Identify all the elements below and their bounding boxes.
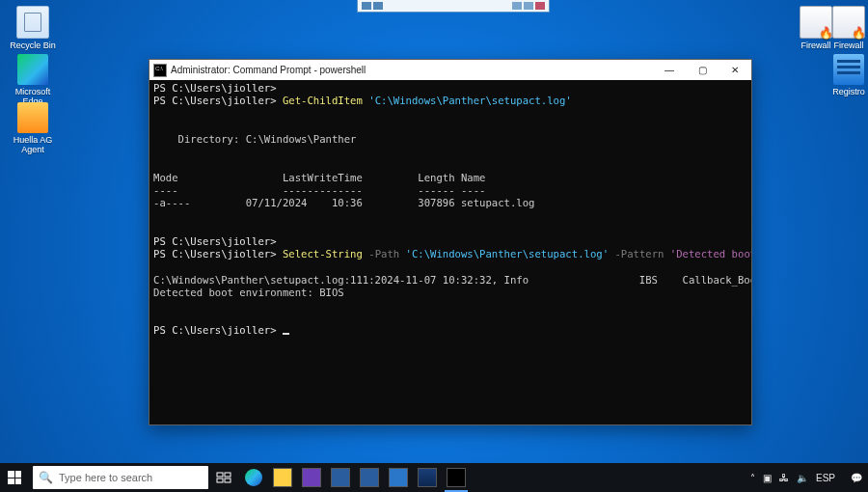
tray-notifications-icon[interactable]: 💬 [851,473,862,483]
command-prompt-window[interactable]: Administrator: Command Prompt - powershe… [149,59,752,425]
svg-rect-3 [225,478,231,482]
edge-icon [245,469,262,486]
taskbar-app-server2[interactable] [355,463,384,492]
desktop-icon-label: Huella AG Agent [6,135,60,154]
system-tray: ˄ ▣ 🖧 🔈 ESP 💬 [745,473,868,483]
vscode-icon [302,468,321,487]
maximize-button[interactable]: ▢ [686,60,719,80]
window-titlebar[interactable]: Administrator: Command Prompt - powershe… [149,60,751,80]
svg-rect-2 [217,478,223,482]
desktop-icon-agent[interactable]: Huella AG Agent [6,102,60,154]
taskbar: 🔍 Type here to search ˄ ▣ 🖧 🔈 ESP 💬 [0,463,868,492]
prompt: PS C:\Users\jioller> [153,82,277,94]
row-time: 10:36 [332,197,363,208]
terminal-icon [447,468,466,487]
cmd-arg: 'Detected boot environment' [670,248,751,260]
col-name: Name [461,172,486,183]
tray-chevron-up-icon[interactable]: ˄ [750,473,755,483]
row-name: setupact.log [461,197,535,208]
directory-header: Directory: C:\Windows\Panther [178,133,357,145]
desktop-icon-label: Registro [822,87,868,96]
col-len: Length [418,172,454,183]
desktop-icon-registro[interactable]: Registro [822,54,868,96]
prompt: PS C:\Users\jioller> [153,324,277,336]
background-window-titlebar[interactable] [357,0,550,13]
task-view-icon [216,470,231,485]
desktop-icon-recycle-bin[interactable]: Recycle Bin [6,6,60,50]
firewall-icon [832,6,865,39]
row-date: 07/11/2024 [246,197,308,208]
col-lwt: LastWriteTime [283,172,363,183]
svg-rect-1 [225,473,231,477]
taskbar-app-server[interactable] [326,463,355,492]
row-len: 307896 [418,197,454,208]
col-mode: Mode [153,172,178,183]
tray-app-icon[interactable]: ▣ [763,473,772,483]
powershell-icon [418,468,437,487]
recycle-bin-icon [16,6,49,39]
window-title: Administrator: Command Prompt - powershe… [171,65,366,75]
windows-logo-icon [8,471,21,484]
prompt: PS C:\Users\jioller> [153,235,277,247]
close-button[interactable]: ✕ [719,60,751,80]
taskbar-app-vstudio[interactable] [384,463,413,492]
tray-network-icon[interactable]: 🖧 [779,473,789,483]
desktop-icon-label: Firewall [822,41,868,50]
cmdlet: Get-ChildItem [283,95,363,106]
output-line: Detected boot environment: BIOS [153,287,344,298]
taskbar-search[interactable]: 🔍 Type here to search [33,466,208,489]
start-button[interactable] [0,463,29,492]
search-icon: 🔍 [39,471,53,484]
param: -Pattern [614,248,664,260]
server-icon [331,468,350,487]
search-placeholder: Type here to search [59,472,152,483]
tray-sound-icon[interactable]: 🔈 [797,473,808,483]
cursor [283,333,289,335]
cmdlet: Select-String [283,248,363,260]
cmd-arg: 'C:\Windows\Panther\setupact.log' [368,95,571,106]
taskbar-app-powershell[interactable] [413,463,442,492]
taskbar-app-cmd[interactable] [442,463,471,492]
param: -Path [368,248,399,260]
output-line: C:\Windows\Panther\setupact.log:111:2024… [153,274,751,286]
taskbar-apps [239,463,471,492]
row-mode: -a---- [153,197,190,208]
desktop-icon-label: Recycle Bin [6,41,60,50]
folder-icon [273,468,292,487]
taskbar-app-edge[interactable] [239,463,268,492]
svg-rect-0 [217,473,223,477]
cmd-arg: 'C:\Windows\Panther\setupact.log' [406,248,609,260]
minimize-button[interactable]: — [653,60,686,80]
registry-icon [833,54,864,85]
prompt: PS C:\Users\jioller> [153,95,277,106]
desktop-icon-edge[interactable]: Microsoft Edge [6,54,60,106]
tray-language[interactable]: ESP [816,473,835,483]
desktop-icon-firewall-2[interactable]: Firewall [822,6,868,50]
cmd-icon [153,64,167,77]
task-view-button[interactable] [212,463,235,492]
prompt: PS C:\Users\jioller> [153,248,277,260]
vstudio-icon [389,468,408,487]
agent-icon [17,102,48,133]
server-icon [360,468,379,487]
taskbar-app-explorer[interactable] [268,463,297,492]
edge-icon [17,54,48,85]
terminal-output[interactable]: PS C:\Users\jioller> PS C:\Users\jioller… [149,80,751,424]
taskbar-app-vscode[interactable] [297,463,326,492]
window-controls: — ▢ ✕ [653,60,751,80]
